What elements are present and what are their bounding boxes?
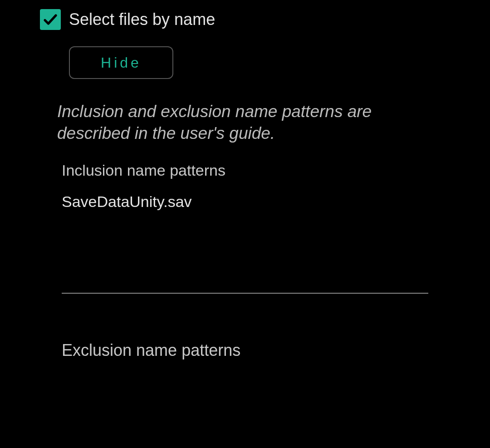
check-icon xyxy=(42,11,59,28)
exclusion-patterns-input[interactable] xyxy=(62,374,428,448)
inclusion-patterns-label: Inclusion name patterns xyxy=(0,162,490,179)
patterns-description: Inclusion and exclusion name patterns ar… xyxy=(0,101,490,144)
hide-button[interactable]: Hide xyxy=(69,46,173,79)
select-files-by-name-row: Select files by name xyxy=(0,9,490,30)
select-files-by-name-checkbox[interactable] xyxy=(40,9,61,30)
exclusion-patterns-label: Exclusion name patterns xyxy=(0,341,490,360)
hide-button-label: Hide xyxy=(101,54,142,71)
inclusion-patterns-input[interactable] xyxy=(62,193,428,294)
select-files-by-name-label: Select files by name xyxy=(69,10,215,29)
